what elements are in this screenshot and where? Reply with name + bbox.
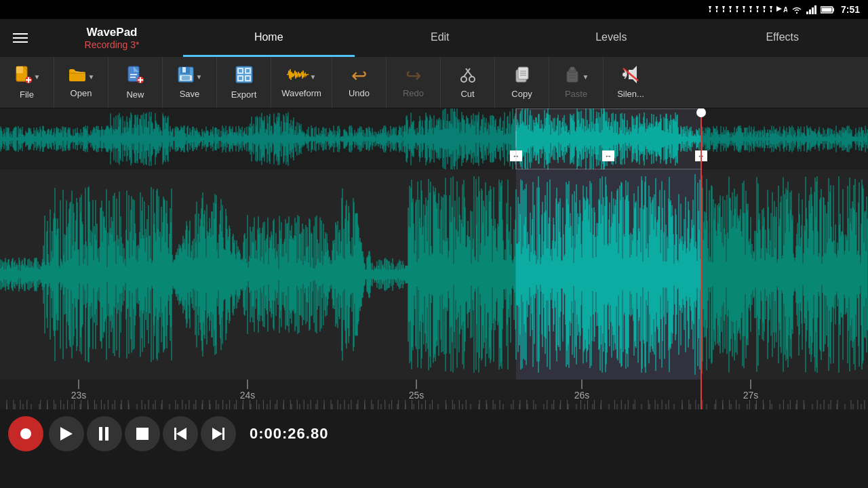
app-name-label: WavePad <box>41 26 183 39</box>
recording-name-label: Recording 3* <box>41 39 183 50</box>
svg-rect-75 <box>105 427 108 441</box>
svg-rect-11 <box>743 10 745 12</box>
svg-rect-76 <box>136 428 149 440</box>
play-button[interactable] <box>49 416 84 451</box>
waveform-icon <box>287 66 309 85</box>
waveform-label: Waveform <box>281 88 321 98</box>
notification-icons: A <box>706 5 787 14</box>
svg-rect-53 <box>246 77 250 80</box>
copy-label: Copy <box>511 89 532 99</box>
status-icons: A <box>706 5 835 14</box>
battery-icon <box>821 5 835 14</box>
svg-line-59 <box>468 68 470 71</box>
hamburger-button[interactable] <box>0 19 41 57</box>
svg-point-55 <box>469 77 475 82</box>
tab-edit[interactable]: Edit <box>355 19 526 57</box>
record-icon <box>19 427 33 441</box>
record-button[interactable] <box>8 416 43 451</box>
toolbar-file[interactable]: ▼ File <box>0 57 54 108</box>
pause-icon <box>99 427 110 441</box>
svg-marker-20 <box>776 6 782 12</box>
svg-marker-16 <box>763 6 766 10</box>
wifi-icon <box>791 5 803 14</box>
toolbar-undo[interactable]: ↩ Undo <box>332 57 387 108</box>
tab-home[interactable]: Home <box>183 19 355 57</box>
undo-label: Undo <box>349 88 370 98</box>
transport-bar: 0:00:26.80 <box>0 409 868 458</box>
toolbar-redo[interactable]: ↪ Redo <box>387 57 441 108</box>
toolbar-silence[interactable]: Silen... <box>604 57 658 108</box>
toolbar-waveform[interactable]: ▼ Waveform <box>271 57 332 108</box>
hamburger-icon <box>13 33 28 43</box>
svg-rect-79 <box>222 428 224 440</box>
svg-rect-22 <box>806 12 808 14</box>
skip-back-button[interactable] <box>163 416 198 451</box>
redo-icon: ↪ <box>406 66 421 85</box>
svg-rect-25 <box>814 5 816 14</box>
file-label: File <box>20 89 34 100</box>
stop-button[interactable] <box>125 416 160 451</box>
svg-marker-12 <box>749 6 752 10</box>
svg-rect-1 <box>709 10 711 12</box>
cut-label: Cut <box>460 89 474 99</box>
svg-rect-24 <box>812 7 814 14</box>
svg-marker-8 <box>736 6 738 10</box>
save-label: Save <box>180 89 200 99</box>
signal-icon <box>806 5 817 14</box>
svg-rect-9 <box>736 10 738 12</box>
waveform-main[interactable] <box>0 169 868 380</box>
toolbar-save[interactable]: ▼ Save <box>163 57 217 108</box>
open-label: Open <box>71 88 92 98</box>
redo-label: Redo <box>403 88 424 98</box>
new-icon <box>127 65 144 87</box>
toolbar-new[interactable]: New <box>108 57 163 108</box>
status-bar: A 7:51 <box>0 0 868 19</box>
time-display: 0:00:26.80 <box>250 425 328 443</box>
svg-marker-10 <box>743 6 745 10</box>
toolbar-cut[interactable]: Cut <box>441 57 495 108</box>
svg-point-54 <box>461 77 467 82</box>
app-title: WavePad Recording 3* <box>41 26 183 50</box>
file-icon <box>14 65 33 87</box>
toolbar: ▼ File ▼ Open <box>0 57 868 108</box>
status-time: 7:51 <box>841 4 860 15</box>
svg-marker-14 <box>756 6 759 10</box>
cut-icon <box>459 66 477 86</box>
svg-marker-2 <box>715 6 718 10</box>
tab-levels[interactable]: Levels <box>526 19 697 57</box>
undo-icon: ↩ <box>351 66 367 85</box>
tab-effects[interactable]: Effects <box>697 19 869 57</box>
toolbar-export[interactable]: Export <box>217 57 271 108</box>
svg-marker-6 <box>729 6 732 10</box>
skip-forward-button[interactable] <box>201 416 236 451</box>
svg-rect-77 <box>174 428 176 440</box>
svg-rect-44 <box>182 76 190 80</box>
svg-marker-73 <box>60 427 73 441</box>
export-label: Export <box>231 89 257 100</box>
waveform-overview[interactable] <box>0 108 868 169</box>
svg-rect-30 <box>16 66 23 73</box>
toolbar-open[interactable]: ▼ Open <box>54 57 108 108</box>
svg-rect-33 <box>26 79 31 81</box>
svg-rect-51 <box>246 69 250 73</box>
svg-marker-0 <box>709 6 711 10</box>
svg-rect-5 <box>723 10 724 12</box>
toolbar-copy[interactable]: Copy <box>495 57 549 108</box>
silence-label: Silen... <box>617 89 644 99</box>
svg-rect-19 <box>770 10 772 12</box>
svg-rect-27 <box>833 8 834 12</box>
timeline[interactable] <box>0 380 868 409</box>
svg-marker-78 <box>176 428 186 440</box>
copy-icon <box>513 66 531 86</box>
svg-rect-15 <box>757 10 758 12</box>
svg-rect-67 <box>570 67 574 70</box>
pause-button[interactable] <box>87 416 122 451</box>
play-icon <box>60 427 73 441</box>
skip-forward-icon <box>212 428 224 440</box>
open-icon <box>68 66 87 85</box>
header: WavePad Recording 3* Home Edit Levels Ef… <box>0 19 868 57</box>
svg-text:A: A <box>783 6 787 14</box>
svg-rect-52 <box>239 77 242 80</box>
toolbar-paste[interactable]: ▼ Paste <box>549 57 604 108</box>
save-icon <box>177 66 195 86</box>
